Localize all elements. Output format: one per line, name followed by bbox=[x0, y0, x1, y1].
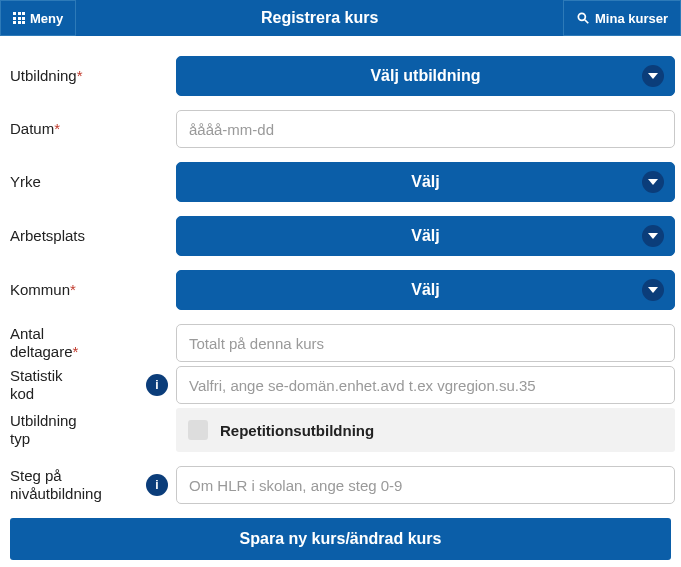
svg-line-1 bbox=[585, 20, 589, 24]
statistik-kod-input[interactable] bbox=[176, 366, 675, 404]
antal-deltagare-label: Antal deltagare* bbox=[6, 325, 176, 361]
my-courses-button[interactable]: Mina kurser bbox=[563, 0, 681, 36]
datum-label: Datum* bbox=[6, 120, 176, 138]
utbildning-select-label: Välj utbildning bbox=[370, 67, 480, 84]
page-title: Registrera kurs bbox=[76, 0, 563, 36]
chevron-down-icon bbox=[642, 171, 664, 193]
kommun-label: Kommun* bbox=[6, 281, 176, 299]
antal-deltagare-input[interactable] bbox=[176, 324, 675, 362]
my-courses-label: Mina kurser bbox=[595, 11, 668, 26]
datum-input[interactable] bbox=[176, 110, 675, 148]
search-icon bbox=[576, 11, 590, 25]
chevron-down-icon bbox=[642, 225, 664, 247]
utbildning-label: Utbildning* bbox=[6, 67, 176, 85]
arbetsplats-select-label: Välj bbox=[411, 227, 439, 244]
kommun-select-label: Välj bbox=[411, 281, 439, 298]
menu-button[interactable]: Meny bbox=[0, 0, 76, 36]
app-header: Meny Registrera kurs Mina kurser bbox=[0, 0, 681, 36]
register-course-form: Utbildning* Välj utbildning Datum* Yrke … bbox=[0, 36, 681, 567]
kommun-select[interactable]: Välj bbox=[176, 270, 675, 310]
utbildning-typ-label: Utbildning typ bbox=[6, 412, 176, 448]
yrke-label: Yrke bbox=[6, 173, 176, 191]
utbildning-select[interactable]: Välj utbildning bbox=[176, 56, 675, 96]
steg-input[interactable] bbox=[176, 466, 675, 504]
grid-icon bbox=[13, 12, 25, 24]
menu-button-label: Meny bbox=[30, 11, 63, 26]
yrke-select[interactable]: Välj bbox=[176, 162, 675, 202]
info-icon[interactable]: i bbox=[146, 474, 168, 496]
info-icon[interactable]: i bbox=[146, 374, 168, 396]
checkbox-icon bbox=[188, 420, 208, 440]
svg-point-0 bbox=[578, 13, 585, 20]
yrke-select-label: Välj bbox=[411, 173, 439, 190]
repetition-checkbox-wrap[interactable]: Repetitionsutbildning bbox=[176, 408, 675, 452]
save-button[interactable]: Spara ny kurs/ändrad kurs bbox=[10, 518, 671, 560]
arbetsplats-label: Arbetsplats bbox=[6, 227, 176, 245]
chevron-down-icon bbox=[642, 279, 664, 301]
repetition-checkbox-label: Repetitionsutbildning bbox=[220, 422, 374, 439]
chevron-down-icon bbox=[642, 65, 664, 87]
arbetsplats-select[interactable]: Välj bbox=[176, 216, 675, 256]
